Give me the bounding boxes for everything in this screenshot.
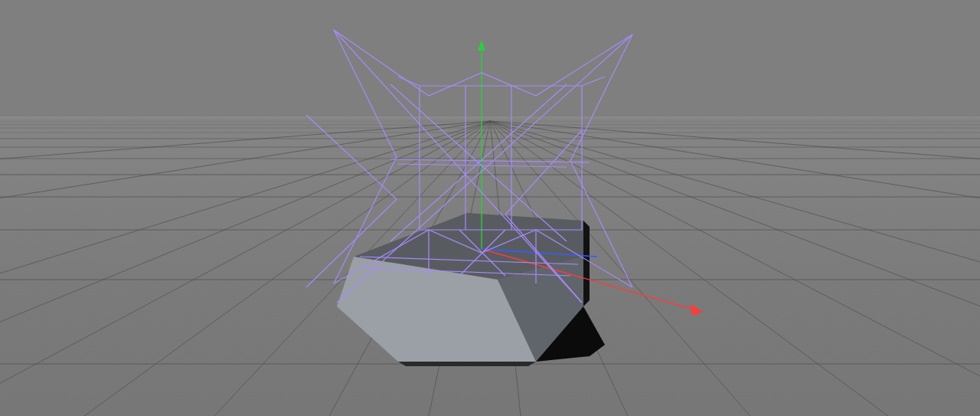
svg-marker-34 bbox=[398, 362, 536, 366]
svg-line-27 bbox=[0, 121, 490, 230]
axis-y-arrow-icon bbox=[478, 40, 485, 51]
viewport-3d[interactable] bbox=[0, 0, 980, 416]
svg-line-37 bbox=[390, 159, 590, 162]
svg-line-49 bbox=[398, 77, 420, 86]
svg-marker-30 bbox=[583, 221, 590, 306]
deformed-mesh[interactable] bbox=[337, 213, 605, 366]
svg-line-50 bbox=[582, 77, 605, 86]
viewport-scene-svg bbox=[0, 0, 980, 416]
axis-x-arrow-icon bbox=[691, 304, 703, 316]
